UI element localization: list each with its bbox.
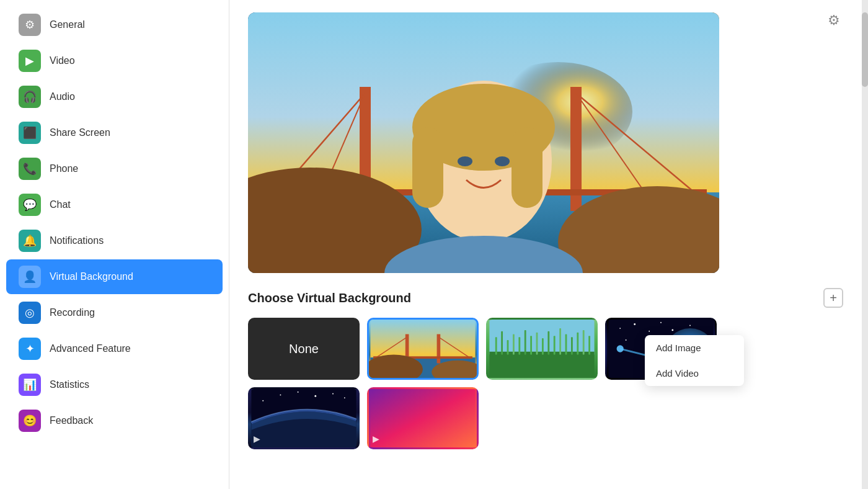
bg-option-golden-gate[interactable] — [367, 318, 479, 380]
svg-rect-35 — [501, 331, 503, 355]
svg-rect-49 — [583, 330, 585, 354]
svg-point-72 — [344, 397, 345, 398]
svg-rect-39 — [525, 330, 526, 354]
svg-rect-42 — [542, 338, 544, 354]
sidebar-label-advanced-feature: Advanced Feature — [50, 343, 131, 354]
svg-rect-45 — [559, 328, 561, 354]
chat-icon: 💬 — [19, 194, 41, 216]
svg-rect-47 — [571, 337, 573, 354]
main-content: ⚙ — [229, 0, 862, 489]
sidebar-item-chat[interactable]: 💬Chat — [6, 187, 223, 222]
sidebar-label-statistics: Statistics — [50, 379, 89, 390]
svg-point-67 — [280, 394, 281, 395]
svg-rect-46 — [565, 334, 567, 355]
bg-option-earth[interactable]: ▶ — [248, 387, 360, 449]
svg-rect-43 — [547, 331, 549, 355]
svg-point-56 — [671, 330, 673, 331]
svg-point-54 — [649, 331, 650, 332]
virtual-background-preview — [248, 12, 719, 273]
scrollbar-thumb[interactable] — [862, 12, 868, 87]
svg-rect-38 — [518, 337, 520, 354]
bg-option-none[interactable]: None — [248, 318, 360, 380]
svg-rect-37 — [513, 334, 515, 355]
sidebar-label-share-screen: Share Screen — [50, 127, 110, 138]
scrollbar-track — [862, 0, 868, 489]
svg-rect-34 — [495, 337, 497, 354]
svg-rect-16 — [412, 127, 443, 208]
svg-point-53 — [634, 323, 636, 325]
sidebar-label-virtual-background: Virtual Background — [50, 271, 133, 282]
svg-rect-44 — [554, 336, 556, 354]
sidebar-item-recording[interactable]: ◎Recording — [6, 295, 223, 330]
add-background-button[interactable]: + — [823, 288, 843, 308]
sidebar-label-phone: Phone — [50, 163, 78, 174]
share-screen-icon: ⬛ — [19, 122, 41, 144]
bg-option-grass[interactable] — [486, 318, 598, 380]
recording-icon: ◎ — [19, 302, 41, 324]
svg-rect-73 — [370, 389, 475, 447]
svg-point-52 — [619, 328, 621, 329]
sidebar-label-recording: Recording — [50, 307, 95, 318]
bg-option-purple[interactable]: ▶ — [367, 387, 479, 449]
add-image-option[interactable]: Add Image — [645, 335, 744, 361]
sidebar-item-advanced-feature[interactable]: ✦Advanced Feature — [6, 331, 223, 366]
bg-none-label: None — [289, 342, 319, 356]
svg-rect-17 — [512, 127, 542, 208]
svg-point-69 — [314, 395, 316, 397]
svg-point-65 — [617, 345, 624, 352]
svg-point-57 — [689, 325, 691, 326]
sidebar-item-notifications[interactable]: 🔔Notifications — [6, 223, 223, 258]
sidebar-item-phone[interactable]: 📞Phone — [6, 151, 223, 186]
svg-point-20 — [495, 156, 510, 166]
advanced-feature-icon: ✦ — [19, 338, 41, 360]
audio-icon: 🎧 — [19, 86, 41, 108]
svg-point-71 — [262, 400, 264, 402]
feedback-icon: 😊 — [19, 410, 41, 432]
sidebar-item-video[interactable]: ▶Video — [6, 43, 223, 78]
purple-thumb-svg — [369, 389, 477, 447]
svg-rect-50 — [588, 336, 590, 354]
sidebar-label-general: General — [50, 19, 85, 30]
svg-rect-48 — [577, 333, 578, 355]
sidebar-item-general[interactable]: ⚙General — [6, 7, 223, 42]
svg-point-19 — [458, 156, 472, 166]
video-icon: ▶ — [19, 50, 41, 72]
notifications-icon: 🔔 — [19, 230, 41, 252]
add-video-option[interactable]: Add Video — [645, 361, 744, 386]
sidebar-item-share-screen[interactable]: ⬛Share Screen — [6, 115, 223, 150]
add-background-dropdown: Add Image Add Video — [645, 335, 744, 386]
earth-thumb-svg — [250, 389, 358, 447]
sidebar: ⚙General▶Video🎧Audio⬛Share Screen📞Phone💬… — [0, 0, 229, 489]
sidebar-label-notifications: Notifications — [50, 235, 104, 246]
sidebar-label-feedback: Feedback — [50, 415, 93, 426]
video-indicator-earth: ▶ — [254, 434, 260, 444]
sidebar-label-audio: Audio — [50, 91, 75, 102]
svg-rect-41 — [536, 333, 538, 355]
svg-point-68 — [298, 392, 299, 393]
sidebar-item-virtual-background[interactable]: 👤Virtual Background — [6, 259, 223, 294]
svg-point-55 — [660, 322, 662, 323]
svg-rect-40 — [530, 336, 532, 354]
bridge-scene-svg — [248, 12, 719, 273]
sidebar-item-audio[interactable]: 🎧Audio — [6, 79, 223, 114]
svg-rect-36 — [507, 340, 509, 355]
phone-icon: 📞 — [19, 158, 41, 180]
svg-point-70 — [332, 393, 334, 395]
video-indicator-purple: ▶ — [373, 434, 379, 444]
sidebar-label-video: Video — [50, 55, 75, 66]
golden-gate-thumb-svg — [369, 320, 477, 378]
virtual-background-icon: 👤 — [19, 266, 41, 288]
svg-rect-33 — [489, 352, 594, 378]
background-grid-row2: ▶ ▶ — [248, 387, 843, 449]
background-grid: None — [248, 318, 843, 380]
grass-thumb-svg — [488, 320, 596, 378]
sidebar-item-feedback[interactable]: 😊Feedback — [6, 403, 223, 438]
general-icon: ⚙ — [19, 14, 41, 36]
section-title: Choose Virtual Background — [248, 291, 411, 305]
sidebar-label-chat: Chat — [50, 199, 71, 210]
settings-gear-button[interactable]: ⚙ — [825, 11, 843, 30]
statistics-icon: 📊 — [19, 374, 41, 396]
svg-point-59 — [626, 339, 627, 341]
section-header: Choose Virtual Background + — [248, 288, 843, 308]
sidebar-item-statistics[interactable]: 📊Statistics — [6, 367, 223, 402]
